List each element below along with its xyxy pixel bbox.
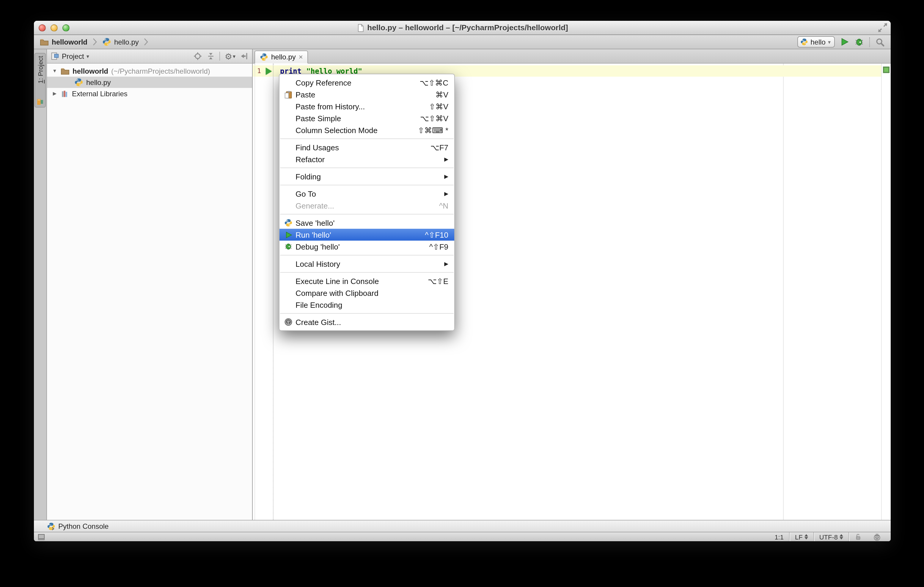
debug-button[interactable] xyxy=(855,37,864,47)
document-icon xyxy=(356,23,364,32)
editor-tab-hello-py[interactable]: hello.py × xyxy=(254,51,308,64)
run-button[interactable] xyxy=(840,38,849,46)
hide-panel-icon[interactable] xyxy=(240,52,249,61)
chevron-down-icon[interactable]: ▾ xyxy=(86,53,89,59)
collapse-all-icon[interactable] xyxy=(207,52,214,61)
breadcrumb-project[interactable]: helloworld xyxy=(52,38,87,46)
zoom-window-button[interactable] xyxy=(63,24,69,31)
python-file-icon xyxy=(74,78,83,87)
menu-item-compare-with-clipboard[interactable]: Compare with Clipboard xyxy=(279,287,454,299)
menu-item-column-selection-mode[interactable]: Column Selection Mode ⇧⌘⌨ * xyxy=(279,124,454,136)
menu-item-paste[interactable]: Paste ⌘V xyxy=(279,89,454,100)
menu-item-shortcut: ⌥F7 xyxy=(431,143,448,152)
github-octocat-icon xyxy=(283,318,294,326)
menu-item-label: Copy Reference xyxy=(295,78,351,87)
lock-widget[interactable] xyxy=(849,532,868,541)
tree-row-external-libraries[interactable]: ▶ External Libraries xyxy=(47,88,252,99)
line-separator-value: LF xyxy=(795,533,803,540)
breadcrumb-file[interactable]: hello.py xyxy=(114,38,139,46)
pycharm-window: hello.py – helloworld – [~/PycharmProjec… xyxy=(34,21,891,541)
python-console-icon xyxy=(47,522,55,530)
project-tool-window-tab[interactable]: 1: Project xyxy=(35,53,46,107)
menu-item-shortcut: ⇧⌘V xyxy=(429,102,448,111)
menu-item-debug-hello[interactable]: Debug 'hello' ^⇧F9 xyxy=(279,241,454,253)
menu-item-label: Compare with Clipboard xyxy=(295,288,378,298)
caret-position-widget[interactable]: 1:1 xyxy=(769,532,789,541)
tree-expanded-icon[interactable]: ▼ xyxy=(52,68,58,74)
menu-item-label: Column Selection Mode xyxy=(295,126,378,135)
folder-icon xyxy=(61,67,69,75)
status-bar: 1:1 LF UTF-8 xyxy=(34,532,891,541)
menu-item-save-hello[interactable]: Save 'hello' xyxy=(279,217,454,229)
menu-item-local-history[interactable]: Local History ▶ xyxy=(279,258,454,270)
menu-item-label: Debug 'hello' xyxy=(295,242,340,251)
menu-item-run-hello[interactable]: Run 'hello' ^⇧F10 xyxy=(279,229,454,241)
submenu-arrow-icon: ▶ xyxy=(444,173,448,179)
menu-item-copy-reference[interactable]: Copy Reference ⌥⇧⌘C xyxy=(279,77,454,89)
menu-item-shortcut: ⇧⌘⌨ * xyxy=(418,126,448,135)
locate-target-icon[interactable] xyxy=(193,52,202,61)
inspection-status-indicator[interactable] xyxy=(883,67,889,73)
status-bar-widgets: 1:1 LF UTF-8 xyxy=(769,532,886,541)
inspection-profile-widget[interactable] xyxy=(868,532,886,541)
updown-arrows-icon xyxy=(840,534,843,539)
python-console-tab[interactable]: Python Console xyxy=(58,522,109,530)
menu-item-paste-from-history[interactable]: Paste from History... ⇧⌘V xyxy=(279,100,454,112)
editor-tab-title: hello.py xyxy=(271,53,296,61)
paste-clipboard-icon xyxy=(283,90,294,99)
menu-item-file-encoding[interactable]: File Encoding xyxy=(279,299,454,311)
menu-item-go-to[interactable]: Go To ▶ xyxy=(279,188,454,200)
updown-arrows-icon xyxy=(805,534,808,539)
gutter-separator xyxy=(254,64,255,520)
gutter-separator xyxy=(273,64,274,520)
window-title: hello.py – helloworld – [~/PycharmProjec… xyxy=(34,23,891,32)
settings-gear-button[interactable]: ⚙ ▾ xyxy=(225,52,236,60)
project-panel-title[interactable]: Project xyxy=(62,52,84,60)
tree-project-name: helloworld xyxy=(73,67,108,75)
unlock-icon xyxy=(855,533,862,541)
menu-separator xyxy=(280,272,454,273)
submenu-arrow-icon: ▶ xyxy=(444,191,448,197)
tree-file-name: hello.py xyxy=(86,78,111,86)
fullscreen-icon[interactable] xyxy=(878,23,887,32)
tree-row-hello-py[interactable]: hello.py xyxy=(47,77,252,88)
search-icon[interactable] xyxy=(875,37,885,47)
menu-separator xyxy=(280,313,454,314)
menu-item-shortcut: ^⇧F9 xyxy=(429,242,448,251)
menu-item-refactor[interactable]: Refactor ▶ xyxy=(279,153,454,165)
menu-item-folding[interactable]: Folding ▶ xyxy=(279,171,454,183)
menu-item-generate: Generate... ^N xyxy=(279,200,454,212)
menu-item-shortcut: ⌥⇧⌘V xyxy=(420,114,448,123)
close-icon[interactable]: × xyxy=(299,53,303,61)
line-separator-widget[interactable]: LF xyxy=(790,532,813,541)
gutter-run-icon[interactable] xyxy=(266,67,272,74)
menu-item-label: Save 'hello' xyxy=(295,218,335,227)
toolbar-separator xyxy=(219,52,220,61)
menu-item-label: Generate... xyxy=(295,201,334,210)
encoding-widget[interactable]: UTF-8 xyxy=(814,532,848,541)
menu-item-label: Refactor xyxy=(295,155,325,164)
menu-item-label: Paste Simple xyxy=(295,114,341,123)
tree-collapsed-icon[interactable]: ▶ xyxy=(52,91,58,96)
menu-separator xyxy=(280,255,454,255)
tree-row-helloworld[interactable]: ▼ helloworld (~/PycharmProjects/hellowor… xyxy=(47,65,252,77)
menu-item-label: Find Usages xyxy=(295,143,339,152)
chevron-right-icon xyxy=(144,38,148,46)
toolwindow-toggle-icon[interactable] xyxy=(38,534,45,540)
minimize-window-button[interactable] xyxy=(51,24,58,31)
menu-item-shortcut: ^N xyxy=(439,201,448,210)
menu-item-create-gist[interactable]: Create Gist... xyxy=(279,316,454,328)
close-window-button[interactable] xyxy=(39,24,46,31)
project-tab-label: 1: Project xyxy=(36,56,44,84)
menu-item-shortcut: ⌥⇧E xyxy=(428,276,448,286)
menu-item-find-usages[interactable]: Find Usages ⌥F7 xyxy=(279,141,454,153)
menu-separator xyxy=(280,185,454,185)
menu-item-paste-simple[interactable]: Paste Simple ⌥⇧⌘V xyxy=(279,112,454,124)
menu-item-label: Create Gist... xyxy=(295,317,341,327)
menu-item-shortcut: ⌘V xyxy=(436,90,448,99)
run-configuration-select[interactable]: hello ▾ xyxy=(797,36,835,48)
right-margin-guide xyxy=(783,64,784,520)
menu-item-execute-line-in-console[interactable]: Execute Line in Console ⌥⇧E xyxy=(279,275,454,287)
menu-separator xyxy=(280,138,454,139)
project-panel: Project ▾ ⚙ ▾ ▼ xyxy=(47,49,253,520)
